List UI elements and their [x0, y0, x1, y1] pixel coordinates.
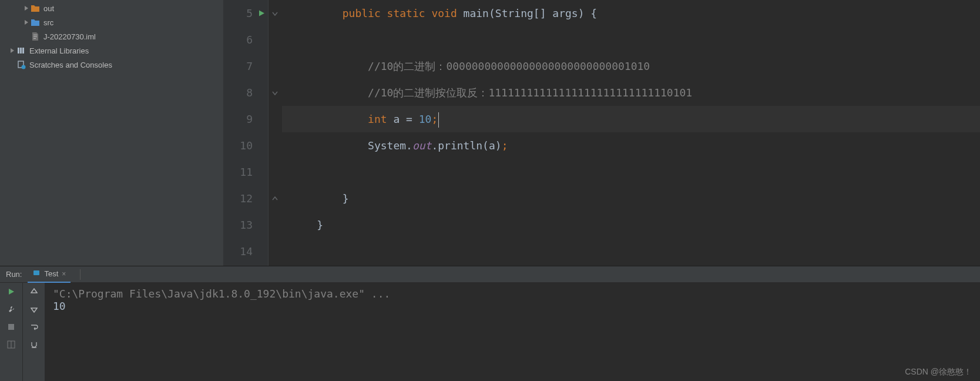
text-caret — [438, 112, 439, 128]
code-line[interactable]: public static void main(String[] args) { — [282, 0, 980, 26]
gutter-line-number[interactable]: 12 — [223, 185, 268, 212]
run-toolbar-secondary — [22, 283, 45, 381]
svg-rect-1 — [33, 36, 37, 37]
code-line[interactable]: } — [282, 212, 980, 238]
run-toolbar-primary — [0, 283, 22, 381]
wrench-icon[interactable] — [5, 303, 18, 316]
tree-item-src[interactable]: src — [0, 15, 223, 29]
gutter-line-number[interactable]: 13 — [223, 212, 268, 238]
close-icon[interactable]: × — [62, 270, 66, 278]
gutter-line-number[interactable]: 10 — [223, 132, 268, 159]
run-config-icon — [32, 269, 41, 279]
chevron-right-icon[interactable] — [22, 4, 31, 12]
code-line[interactable]: int a = 10; — [282, 106, 980, 132]
fold-toggle-icon[interactable] — [271, 195, 279, 203]
fold-toggle-icon[interactable] — [271, 9, 279, 18]
rerun-button[interactable] — [5, 285, 18, 298]
file-icon — [31, 32, 40, 41]
svg-rect-4 — [20, 48, 22, 54]
fold-column[interactable] — [268, 0, 282, 266]
code-editor[interactable]: 567891011121314 public static void main(… — [223, 0, 980, 266]
tree-item-iml[interactable]: J-20220730.iml — [0, 29, 223, 44]
gutter-line-number[interactable]: 7 — [223, 53, 268, 79]
run-tab[interactable]: Test × — [28, 266, 71, 283]
code-line[interactable] — [282, 159, 980, 185]
project-tree[interactable]: out src J-20220730.iml External Librarie… — [0, 0, 223, 266]
chevron-right-icon[interactable] — [8, 46, 16, 55]
layout-icon[interactable] — [5, 338, 18, 351]
folder-icon — [31, 4, 40, 13]
gutter-line-number[interactable]: 9 — [223, 106, 268, 132]
tree-item-scratches[interactable]: Scratches and Consoles — [0, 58, 223, 72]
run-panel[interactable]: Run: Test × "C:\Program Files\Java\jdk1.… — [0, 266, 980, 381]
tree-label: src — [43, 18, 53, 27]
gutter-line-number[interactable]: 5 — [223, 0, 268, 26]
console-command-line: "C:\Program Files\Java\jdk1.8.0_192\bin\… — [53, 288, 972, 300]
stop-button[interactable] — [5, 320, 18, 333]
svg-point-7 — [22, 65, 26, 69]
tree-item-external-libraries[interactable]: External Libraries — [0, 44, 223, 58]
soft-wrap-icon[interactable] — [28, 320, 41, 333]
gutter-line-number[interactable]: 14 — [223, 238, 268, 265]
gutter-line-number[interactable]: 11 — [223, 159, 268, 185]
run-panel-header: Run: Test × — [0, 266, 980, 283]
gutter-line-number[interactable]: 6 — [223, 26, 268, 53]
scroll-to-end-icon[interactable] — [28, 338, 41, 351]
separator — [80, 269, 80, 280]
tree-label: out — [43, 4, 54, 13]
editor-gutter[interactable]: 567891011121314 — [223, 0, 268, 266]
run-gutter-icon[interactable] — [257, 0, 266, 26]
tree-label: External Libraries — [29, 46, 89, 55]
code-line[interactable]: } — [282, 185, 980, 212]
code-line[interactable] — [282, 26, 980, 53]
svg-rect-2 — [33, 38, 36, 39]
down-arrow-icon[interactable] — [28, 303, 41, 316]
svg-rect-5 — [22, 48, 24, 54]
svg-rect-3 — [18, 48, 19, 54]
tree-item-out[interactable]: out — [0, 1, 223, 15]
svg-rect-0 — [33, 35, 37, 35]
gutter-line-number[interactable]: 8 — [223, 79, 268, 106]
code-line[interactable]: //10的二进制：0000000000000000000000000000101… — [282, 53, 980, 79]
console-output[interactable]: "C:\Program Files\Java\jdk1.8.0_192\bin\… — [45, 283, 980, 381]
scratches-icon — [16, 60, 26, 69]
chevron-right-icon[interactable] — [22, 18, 31, 26]
run-tab-label: Test — [44, 269, 58, 278]
run-label: Run: — [6, 270, 22, 279]
folder-icon — [31, 18, 40, 27]
code-line[interactable]: System.out.println(a); — [282, 132, 980, 159]
code-area[interactable]: public static void main(String[] args) {… — [282, 0, 980, 266]
tree-label: J-20220730.iml — [43, 32, 96, 41]
tree-label: Scratches and Consoles — [29, 61, 112, 69]
svg-rect-8 — [33, 270, 39, 275]
up-arrow-icon[interactable] — [28, 285, 41, 298]
code-line[interactable] — [282, 238, 980, 265]
console-output-line: 10 — [53, 300, 972, 312]
library-icon — [16, 46, 26, 55]
svg-rect-9 — [8, 324, 14, 330]
code-line[interactable]: //10的二进制按位取反：111111111111111111111111111… — [282, 79, 980, 106]
fold-toggle-icon[interactable] — [271, 89, 279, 97]
